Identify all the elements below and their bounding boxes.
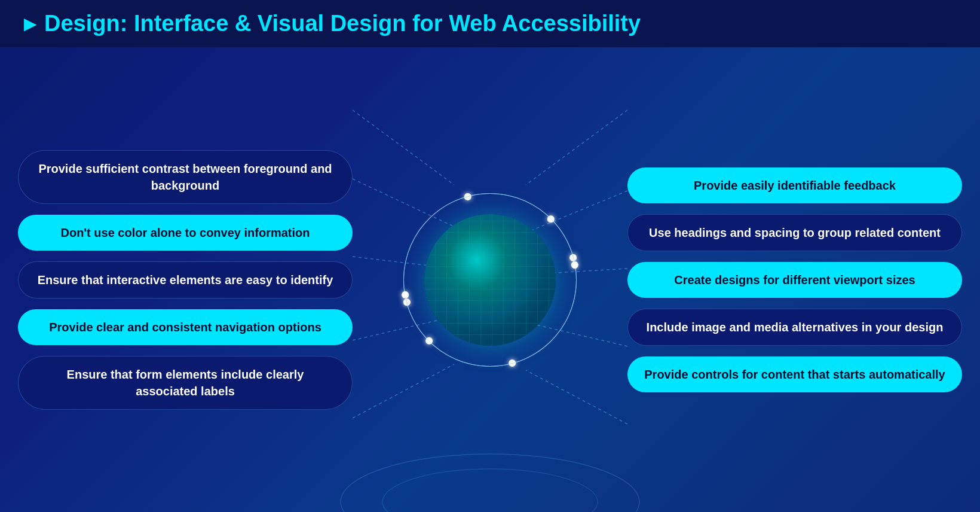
svg-line-0 [353, 110, 454, 185]
left-pill-color: Don't use color alone to convey informat… [18, 215, 353, 251]
right-pill-media: Include image and media alternatives in … [627, 309, 962, 346]
left-pill-form: Ensure that form elements include clearl… [18, 356, 353, 410]
main-content: Provide sufficient contrast between fore… [0, 47, 980, 512]
svg-point-11 [382, 469, 598, 512]
right-pills-container: Provide easily identifiable feedbackUse … [627, 47, 962, 512]
page-title: Design: Interface & Visual Design for We… [44, 11, 641, 36]
right-pill-feedback: Provide easily identifiable feedback [627, 167, 962, 203]
svg-point-10 [341, 454, 639, 512]
globe-sphere [424, 214, 556, 346]
header-prefix: Design: [44, 11, 134, 36]
header-arrow-icon: ▶ [24, 16, 37, 32]
left-pill-navigation: Provide clear and consistent navigation … [18, 309, 353, 345]
right-pill-viewport: Create designs for different viewport si… [627, 262, 962, 298]
left-pill-interactive: Ensure that interactive elements are eas… [18, 261, 353, 298]
svg-line-9 [526, 370, 627, 424]
right-pill-headings: Use headings and spacing to group relate… [627, 214, 962, 251]
left-pill-contrast: Provide sufficient contrast between fore… [18, 150, 353, 204]
svg-line-5 [526, 110, 627, 185]
header-title-highlight: Interface & Visual Design for Web Access… [134, 11, 641, 36]
right-pill-controls: Provide controls for content that starts… [627, 356, 962, 392]
left-pills-container: Provide sufficient contrast between fore… [18, 47, 353, 512]
page-header: ▶ Design: Interface & Visual Design for … [0, 0, 980, 47]
globe-graphic [394, 184, 586, 376]
